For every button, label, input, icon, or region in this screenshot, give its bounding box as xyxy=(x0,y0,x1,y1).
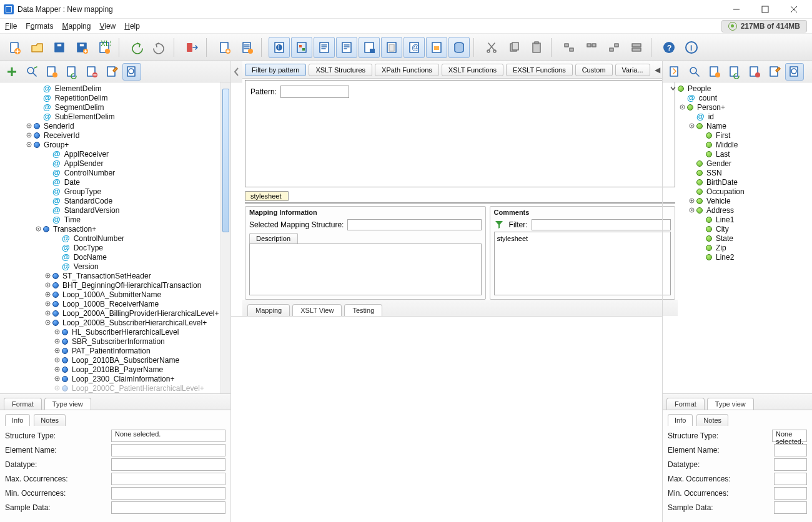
tree-node[interactable]: Loop_2300_ClaimInformation+ xyxy=(2,374,220,383)
twisty-icon[interactable] xyxy=(669,85,676,92)
tree-node[interactable]: BirthDate xyxy=(665,177,812,187)
help-button[interactable]: ? xyxy=(658,37,680,58)
tab-xslt-structures[interactable]: XSLT Structures xyxy=(309,64,372,76)
twisty-icon[interactable] xyxy=(53,385,61,392)
copy-button[interactable] xyxy=(503,37,525,58)
tree-node[interactable]: BHT_BeginningOfHierarchicalTransaction xyxy=(2,280,220,290)
twisty-icon[interactable] xyxy=(688,197,695,205)
twisty-icon[interactable] xyxy=(53,338,61,345)
left-tree[interactable]: @ElementDelim@RepetitionDelim@SegmentDel… xyxy=(0,82,220,393)
tree-node[interactable]: Occupation xyxy=(665,187,812,196)
tab-description[interactable]: Description xyxy=(249,233,298,244)
tree-node[interactable]: HL_SubscriberHierarchicalLevel xyxy=(2,327,220,337)
tree-node[interactable]: @SubElementDelim xyxy=(2,112,220,121)
maximize-button[interactable] xyxy=(751,0,780,19)
tree-node[interactable]: @ApplSender xyxy=(2,159,220,168)
tree-node[interactable]: @RepetitionDelim xyxy=(2,93,220,102)
tab-typeview-left[interactable]: Type view xyxy=(44,398,91,410)
left-tool-search[interactable] xyxy=(22,63,41,81)
tree-node[interactable]: SSN xyxy=(665,168,812,177)
twisty-icon[interactable] xyxy=(25,132,32,139)
align3[interactable] xyxy=(603,37,625,58)
twisty-icon[interactable] xyxy=(44,300,51,308)
exit-button[interactable] xyxy=(181,37,202,58)
save-button[interactable] xyxy=(49,37,70,58)
tab-mapping[interactable]: Mapping xyxy=(247,304,290,316)
undo-button[interactable] xyxy=(126,37,147,58)
tree-node[interactable]: @GroupType xyxy=(2,187,220,196)
tree-node[interactable]: First xyxy=(665,130,812,140)
tree-node[interactable]: Group+ xyxy=(2,140,220,149)
tree-node[interactable]: Vehicle xyxy=(665,196,812,205)
tree-node[interactable]: Line1 xyxy=(665,215,812,224)
tree-node[interactable]: @ControlNumber xyxy=(2,234,220,243)
twisty-icon[interactable] xyxy=(44,291,51,298)
tree-node[interactable]: @ElementDelim xyxy=(2,84,220,93)
paste-button[interactable] xyxy=(526,37,547,58)
left-tool-filter[interactable] xyxy=(122,63,141,81)
doc-add-1[interactable] xyxy=(214,37,235,58)
tab-xpath-functions[interactable]: XPath Functions xyxy=(375,64,439,76)
view-save-doc[interactable] xyxy=(359,37,380,58)
tab-typeview-right[interactable]: Type view xyxy=(707,398,754,410)
twisty-icon[interactable] xyxy=(44,310,51,317)
twisty-icon[interactable] xyxy=(53,328,61,336)
minimize-button[interactable] xyxy=(722,0,751,19)
sel-mapping-input[interactable] xyxy=(347,219,481,230)
tree-node[interactable]: Transaction+ xyxy=(2,224,220,234)
comments-body[interactable]: stylesheet xyxy=(494,232,671,295)
twisty-icon[interactable] xyxy=(688,207,695,214)
tree-node[interactable]: Loop_2000B_SubscriberHierarchicalLevel+ xyxy=(2,318,220,327)
center-left-handle[interactable] xyxy=(231,61,242,82)
right-tree[interactable]: People@countPerson+@idNameFirstMiddleLas… xyxy=(663,82,812,393)
right-tool-search[interactable] xyxy=(685,63,704,81)
left-tool-doc-del[interactable] xyxy=(82,63,101,81)
close-button[interactable] xyxy=(780,0,808,19)
tab-info-right[interactable]: Info xyxy=(668,414,693,426)
tab-format-right[interactable]: Format xyxy=(666,398,705,410)
align2[interactable] xyxy=(581,37,602,58)
tab-variables[interactable]: Varia... xyxy=(615,64,650,76)
tree-node[interactable]: ST_TransactionSetHeader xyxy=(2,271,220,280)
tree-node[interactable]: @DocName xyxy=(2,252,220,262)
tree-node[interactable]: Last xyxy=(665,149,812,159)
tree-node[interactable]: State xyxy=(665,234,812,243)
tab-notes-right[interactable]: Notes xyxy=(696,414,728,426)
tree-node[interactable]: Loop_2000A_BillingProviderHierarchicalLe… xyxy=(2,308,220,318)
tree-node[interactable]: @ControlNumber xyxy=(2,168,220,177)
tree-node[interactable]: Line2 xyxy=(665,252,812,262)
redo-button[interactable] xyxy=(149,37,170,58)
tree-node[interactable]: @DocType xyxy=(2,243,220,252)
description-textarea[interactable] xyxy=(249,244,482,295)
twisty-icon[interactable] xyxy=(25,122,32,130)
right-tool-filter[interactable] xyxy=(785,63,804,81)
tabs-scroll-left[interactable]: ◀ xyxy=(653,64,663,76)
tab-format-left[interactable]: Format xyxy=(4,398,42,410)
new-button[interactable] xyxy=(4,37,25,58)
open-button[interactable] xyxy=(26,37,47,58)
tree-node[interactable]: Person+ xyxy=(665,102,812,112)
left-tool-edit[interactable] xyxy=(102,63,121,81)
tree-node[interactable]: @ApplReceiver xyxy=(2,149,220,159)
tab-custom[interactable]: Custom xyxy=(575,64,613,76)
tree-node[interactable]: SenderId xyxy=(2,121,220,130)
view-doc3[interactable] xyxy=(381,37,402,58)
left-tool-add[interactable] xyxy=(2,63,21,81)
view-db-button[interactable] xyxy=(448,37,470,58)
tree-node[interactable]: Name xyxy=(665,121,812,130)
tree-node[interactable]: Loop_1000B_ReceiverName xyxy=(2,299,220,308)
tree-node[interactable]: PAT_PatientInformation xyxy=(2,346,220,355)
view-at-doc[interactable]: @ xyxy=(404,37,425,58)
tree-node[interactable]: Loop_2010BB_PayerName xyxy=(2,365,220,374)
align4[interactable] xyxy=(626,37,647,58)
tab-testing[interactable]: Testing xyxy=(344,304,382,316)
menu-view[interactable]: View xyxy=(99,22,116,31)
tree-node[interactable]: @count xyxy=(665,93,812,102)
view-info-button[interactable]: i xyxy=(269,37,290,58)
tree-node[interactable]: @StandardVersion xyxy=(2,205,220,215)
tree-node[interactable]: @SegmentDelim xyxy=(2,102,220,112)
right-tool-doc-add[interactable] xyxy=(705,63,724,81)
tree-node[interactable]: Gender xyxy=(665,159,812,168)
tab-notes-left[interactable]: Notes xyxy=(34,414,66,426)
tree-node[interactable]: Address xyxy=(665,205,812,215)
